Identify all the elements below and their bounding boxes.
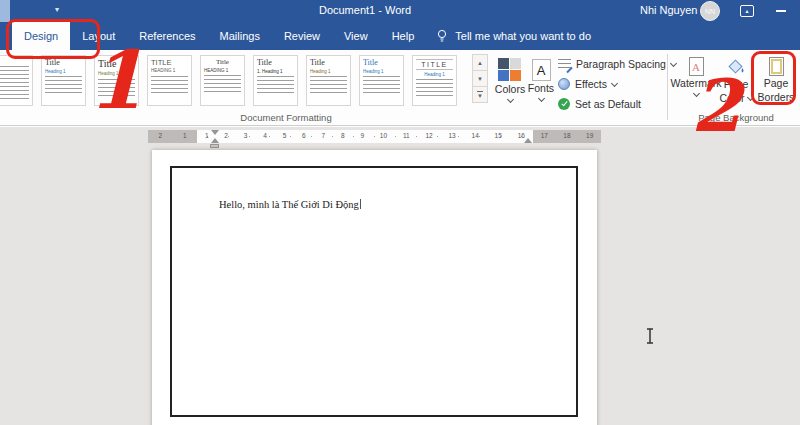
style-set-card[interactable]: Title Heading 1 [359,55,404,106]
tab-mailings[interactable]: Mailings [208,22,272,50]
gallery-scroll-up-icon[interactable]: ▲ [472,54,488,71]
chevron-down-icon [506,96,513,103]
i-beam-cursor [644,327,656,345]
account-name[interactable]: Nhi Nguyen [640,4,697,16]
style-set-card[interactable]: Title HEADING 1 [200,55,245,106]
gallery-more-icon[interactable]: ▼ [472,86,488,103]
style-set-body-lines [98,79,135,98]
tab-design[interactable]: Design [12,22,70,50]
gallery-scroll-down-icon[interactable]: ▼ [472,70,488,87]
style-set-card[interactable]: Title Heading 1 [306,55,351,106]
style-set-gallery: Title Heading 1 Title Heading 1 TITLE HE… [0,55,457,106]
user-avatar[interactable]: NN [700,1,720,21]
word-window: ▾ Document1 - Word Nhi Nguyen NN ▴ Desig… [0,0,800,425]
page-border-frame: Hello, mình là Thế Giới Di Động [170,166,578,417]
ruler-left-margin: 21 [148,130,197,143]
qat-customize-caret-icon[interactable]: ▾ [55,5,59,14]
left-indent-marker[interactable] [210,144,219,148]
group-separator [667,54,668,120]
tab-view[interactable]: View [332,22,380,50]
style-set-card[interactable]: TITLE Heading 1 [412,55,457,106]
page-color-bucket-icon [726,59,746,77]
chevron-down-icon [537,95,544,102]
theme-colors-icon [498,58,522,82]
document-text: Hello, mình là Thế Giới Di Động [219,199,361,210]
ruler-right-margin: 171819 [533,130,601,143]
text-cursor [360,199,361,209]
title-bar: ▾ Document1 - Word Nhi Nguyen NN ▴ [0,0,800,22]
first-line-indent-marker[interactable] [211,130,219,135]
checkmark-icon [558,98,570,110]
document-workspace: 21 123 456 789 101112 131415 16 171819 [0,127,800,425]
chevron-down-icon [747,94,754,101]
tell-me-label: Tell me what you want to do [455,30,591,42]
page-borders-icon [769,57,784,76]
style-set-card[interactable]: Title Heading 1 [94,55,139,106]
watermark-icon: A [689,57,704,76]
lightbulb-icon [436,29,448,43]
tell-me-box[interactable]: Tell me what you want to do [436,22,591,50]
chevron-down-icon [692,90,699,97]
style-set-body-lines [0,66,29,100]
paragraph-spacing-button[interactable]: Paragraph Spacing [558,54,676,74]
tab-layout[interactable]: Layout [70,22,127,50]
style-set-body-lines [310,76,347,95]
style-set-body-lines [151,76,188,95]
effects-button[interactable]: Effects [558,74,676,94]
right-indent-marker[interactable] [524,138,532,143]
paragraph-spacing-icon [558,59,571,70]
effects-icon [558,78,570,90]
style-set-body-lines [363,76,400,95]
hanging-indent-marker[interactable] [211,138,219,143]
fonts-button[interactable]: A Fonts [525,55,557,101]
watermark-button[interactable]: A Watermark [674,55,718,96]
fonts-letter-icon: A [532,59,551,81]
style-set-body-lines [204,75,241,94]
minimize-icon [776,10,786,12]
document-page[interactable]: Hello, mình là Thế Giới Di Động [152,150,597,425]
tab-help[interactable]: Help [380,22,427,50]
set-as-default-button[interactable]: Set as Default [558,94,676,114]
document-formatting-extras: Paragraph Spacing Effects Set as Default [558,54,676,114]
style-set-card[interactable]: TITLE HEADING 1 [147,55,192,106]
gallery-scroll-controls: ▲ ▼ ▼ [472,55,488,103]
horizontal-ruler[interactable]: 21 123 456 789 101112 131415 16 171819 [148,130,601,143]
ribbon-display-options-button[interactable]: ▴ [740,5,754,17]
style-set-card[interactable]: Title Heading 1 [41,55,86,106]
window-title: Document1 - Word [280,4,450,16]
style-set-card[interactable] [0,55,33,106]
tab-references[interactable]: References [127,22,207,50]
ribbon-tab-bar: Design Layout References Mailings Review… [0,22,800,50]
style-set-body-lines [416,79,453,98]
style-set-body-lines [45,76,82,95]
style-set-body-lines [257,76,294,95]
group-label-document-formatting: Document Formatting [186,112,386,123]
ribbon-design: Title Heading 1 Title Heading 1 TITLE HE… [0,50,800,126]
style-set-card[interactable]: Title 1. Heading 1 [253,55,298,106]
page-color-button[interactable]: Page Color [718,55,754,104]
chevron-down-icon [611,80,618,87]
ruler-ticks [197,136,533,137]
page-borders-button[interactable]: Page Borders [755,55,797,103]
ribbon-display-icon: ▴ [745,8,748,14]
tab-review[interactable]: Review [272,22,332,50]
minimize-button[interactable] [772,3,790,19]
group-label-page-background: Page Background [666,112,800,123]
